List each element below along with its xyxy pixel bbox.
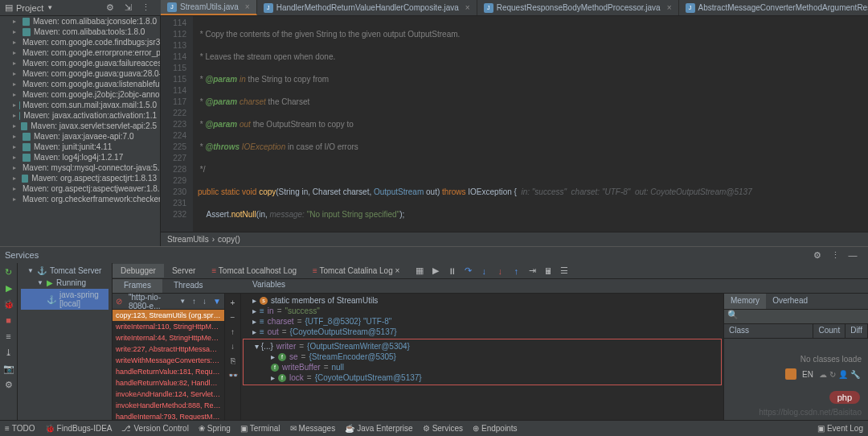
person-icon[interactable]: 👤 (838, 370, 848, 379)
breadcrumb[interactable]: StreamUtils › copy() (161, 232, 868, 246)
var-lock[interactable]: ▸ f lock = {CoyoteOutputStream@5137} (245, 372, 719, 383)
var-static[interactable]: ▸ s static members of StreamUtils (243, 295, 722, 306)
tree-item[interactable]: ▸Maven: com.sun.mail:javax.mail:1.5.0 (0, 100, 160, 110)
tree-item[interactable]: ▸Maven: com.alibaba:jconsole:1.8.0 (0, 16, 160, 27)
code-content[interactable]: * Copy the contents of the given String … (193, 16, 868, 232)
step-over-icon[interactable]: ↷ (462, 265, 473, 277)
tree-item[interactable]: ▸Maven: com.google.j2objc:j2objc-annotat… (0, 89, 160, 100)
lang-badge[interactable]: EN (802, 370, 813, 379)
javaee-button[interactable]: ☕ Java Enterprise (345, 424, 412, 433)
photo-icon[interactable]: 📷 (3, 363, 14, 374)
variables-panel[interactable]: + − ↑ ↓ ⎘ 👓 ▸ s static members of Stream… (225, 294, 723, 420)
memory-tab[interactable]: Memory (724, 294, 766, 309)
down-icon[interactable]: ↓ (227, 340, 239, 352)
var-in[interactable]: ▸ ≡ in = "success" (243, 306, 722, 316)
event-log-button[interactable]: ▣ Event Log (817, 424, 863, 433)
collapse-icon[interactable]: ⇲ (122, 2, 133, 14)
tree-item[interactable]: ▸Maven: org.aspectj:aspectjrt:1.8.13 (0, 173, 160, 183)
settings-icon[interactable]: ⚙ (3, 379, 14, 390)
gear-icon[interactable]: ⚙ (812, 249, 823, 261)
close-icon[interactable]: × (667, 3, 672, 12)
tree-item[interactable]: ▸Maven: javax.activation:activation:1.1 (0, 110, 160, 121)
var-se[interactable]: ▸ f se = {StreamEncoder@5305} (245, 352, 719, 362)
copy-icon[interactable]: ⎘ (227, 355, 239, 366)
step-into-icon[interactable]: ↓ (478, 265, 489, 277)
threads-tab[interactable]: Threads (162, 279, 215, 293)
frames-tab[interactable]: Frames (113, 279, 162, 293)
tool-icon[interactable] (785, 368, 796, 380)
project-header[interactable]: ▤ Project ▼ ⚙ ⇲ ⋮ (0, 0, 161, 15)
cloud-icon[interactable]: ☁ (819, 370, 827, 379)
tree-item[interactable]: ▸Maven: org.checkerframework:checker-qua… (0, 194, 160, 204)
var-out[interactable]: ▸ ≡ out = {CoyoteOutputStream@5137} (243, 327, 722, 337)
tree-item[interactable]: ▸Maven: javax.servlet:servlet-api:2.5 (0, 121, 160, 131)
col-class[interactable]: Class (724, 324, 813, 338)
col-count[interactable]: Count (813, 324, 845, 338)
tree-item[interactable]: ▸Maven: com.google.guava:guava:28.0-jre (0, 68, 160, 79)
frame-item[interactable]: handleInternal:793, RequestMappingHa (113, 411, 224, 420)
thread-selector[interactable]: ⊘ "http-nio-8080-e... ▼ ↑ ↓ ▼ (113, 294, 224, 310)
frame-item[interactable]: invokeHandlerMethod:888, RequestMap (113, 400, 224, 411)
tab-catalina-log[interactable]: ≡ Tomcat Catalina Log × (305, 264, 407, 278)
col-diff[interactable]: Diff (845, 324, 868, 338)
add-watch-icon[interactable]: + (227, 297, 239, 308)
todo-button[interactable]: ≡ TODO (5, 424, 35, 433)
tree-item[interactable]: ▸Maven: log4j:log4j:1.2.17 (0, 152, 160, 162)
rerun-icon[interactable]: ↻ (3, 266, 14, 278)
tab-streamutils[interactable]: J StreamUtils.java × (161, 0, 257, 15)
findbugs-button[interactable]: 🐞 FindBugs-IDEA (45, 424, 113, 433)
force-step-icon[interactable]: ↓ (494, 265, 506, 277)
frame-item[interactable]: writeInternal:44, StringHttpMessageCon (113, 332, 224, 343)
remove-watch-icon[interactable]: − (227, 311, 239, 323)
hide-icon[interactable]: — (847, 249, 858, 261)
version-control-button[interactable]: ⎇ Version Control (121, 424, 188, 433)
next-frame-icon[interactable]: ↓ (203, 297, 207, 306)
step-icon[interactable]: ⤓ (3, 347, 14, 358)
wrench-icon[interactable]: 🔧 (850, 370, 860, 379)
frame-item[interactable]: handleReturnValue:82, HandlerMethodR (113, 377, 224, 389)
refresh-icon[interactable]: ↻ (829, 370, 836, 379)
spring-button[interactable]: ❀ Spring (199, 424, 231, 433)
frame-item[interactable]: writeInternal:110, StringHttpMessageC (113, 321, 224, 332)
evaluate-icon[interactable]: 🖩 (542, 265, 554, 277)
endpoints-button[interactable]: ⊕ Endpoints (473, 424, 517, 433)
frame-item[interactable]: invokeAndHandle:124, ServletInvocable (113, 389, 224, 400)
glasses-icon[interactable]: 👓 (227, 369, 239, 380)
services-button[interactable]: ⚙ Services (423, 424, 463, 433)
memory-search[interactable]: 🔍 (724, 310, 868, 324)
tree-item[interactable]: ▸Maven: junit:junit:4.11 (0, 142, 160, 152)
tomcat-server-node[interactable]: ▼ ⚓ Tomcat Server (21, 265, 108, 277)
tab-server[interactable]: Server (164, 264, 203, 278)
editor[interactable]: 1141121131141151151141172222232242252272… (161, 16, 868, 246)
messages-button[interactable]: ✉ Messages (290, 424, 336, 433)
tree-item[interactable]: ▸Maven: com.google.code.findbugs:jsr305:… (0, 37, 160, 47)
filter-icon[interactable]: ≡ (3, 331, 14, 342)
run-to-cursor-icon[interactable]: ⇥ (526, 265, 538, 277)
frame-item[interactable]: copy:123, StreamUtils (org.springframe (113, 310, 224, 321)
tree-item[interactable]: ▸Maven: com.google.guava:failureaccess:1… (0, 58, 160, 68)
tab-localhost-log[interactable]: ≡ Tomcat Localhost Log (203, 264, 305, 278)
more-icon[interactable]: ⋮ (829, 249, 841, 261)
tree-item[interactable]: ▸Maven: com.alibaba:tools:1.8.0 (0, 27, 160, 37)
tree-item[interactable]: ▸Maven: com.google.errorprone:error_pron… (0, 47, 160, 58)
frames-panel[interactable]: ⊘ "http-nio-8080-e... ▼ ↑ ↓ ▼ copy:123, … (113, 294, 225, 420)
tree-item[interactable]: ▸Maven: javax:javaee-api:7.0 (0, 131, 160, 142)
tab-debugger[interactable]: Debugger (113, 264, 164, 278)
tab-request-response[interactable]: J RequestResponseBodyMethodProcessor.jav… (477, 0, 679, 15)
close-icon[interactable]: × (465, 3, 470, 12)
config-node[interactable]: ⚓ java-spring [local] (21, 289, 108, 310)
project-tree[interactable]: ▸Maven: com.alibaba:jconsole:1.8.0▸Maven… (0, 16, 161, 246)
more-icon[interactable]: ⋮ (140, 2, 151, 14)
tab-abstract-converter[interactable]: J AbstractMessageConverterMethodArgument… (679, 0, 868, 15)
frame-item[interactable]: writeWithMessageConverters:298, Abstr (113, 355, 224, 366)
trace-icon[interactable]: ☰ (559, 265, 570, 277)
var-writebuffer[interactable]: f writeBuffer = null (245, 362, 719, 372)
tree-item[interactable]: ▸Maven: org.aspectj:aspectjweaver:1.8.13 (0, 183, 160, 194)
filter-icon[interactable]: ▼ (213, 297, 221, 306)
var-writer[interactable]: ▾ {...} writer = {OutputStreamWriter@530… (245, 341, 719, 352)
frames-icon[interactable]: ▦ (414, 265, 425, 277)
debug-icon[interactable]: 🐞 (3, 298, 14, 310)
step-out-icon[interactable]: ↑ (510, 265, 522, 277)
frame-item[interactable]: write:227, AbstractHttpMessageConvert (113, 343, 224, 355)
var-charset[interactable]: ▸ ≡ charset = {UTF_8@5302} "UTF-8" (243, 316, 722, 327)
